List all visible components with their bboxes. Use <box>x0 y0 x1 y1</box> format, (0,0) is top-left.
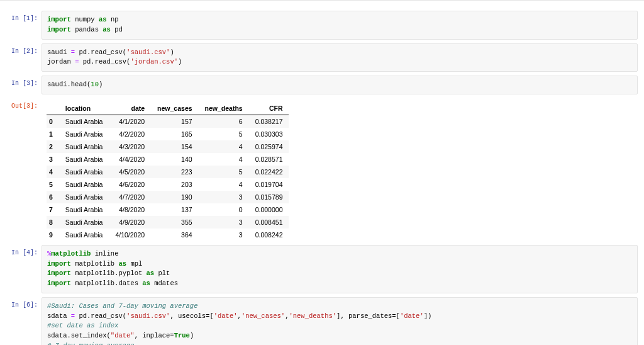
kw-as: as <box>103 26 111 33</box>
kw-import: import <box>47 16 71 23</box>
table-cell: 5 <box>47 178 59 191</box>
kw-import: import <box>47 260 71 268</box>
table-cell: 0.015789 <box>249 191 289 203</box>
output-table-wrapper: location date new_cases new_deaths CFR 0… <box>42 98 638 241</box>
col-date: date <box>109 102 151 115</box>
code-cell-2[interactable]: saudi = pd.read_csv('saudi.csv') jordan … <box>42 43 638 72</box>
kw-as: as <box>147 269 155 277</box>
cell-3: In [3]: saudi.head(10) <box>0 76 644 94</box>
table-cell: 6 <box>199 115 249 128</box>
table-cell: 190 <box>151 191 198 203</box>
col-new-deaths: new_deaths <box>199 102 249 115</box>
table-cell: 5 <box>199 166 249 178</box>
kw-inplace: , inplace= <box>135 332 174 339</box>
table-cell: 154 <box>151 140 198 153</box>
kw-as: as <box>142 280 150 287</box>
table-cell: 223 <box>151 166 198 178</box>
code-cell-1[interactable]: import numpy as np import pandas as pd <box>42 11 638 40</box>
ref-pd: pd <box>79 312 87 320</box>
table-cell: Saudi Arabia <box>59 203 109 216</box>
mod-pandas: pandas <box>75 26 99 33</box>
str-saudi-csv: 'saudi.csv' <box>126 48 170 56</box>
prompt-in-4: In [4]: <box>0 245 42 293</box>
table-cell: 5 <box>199 128 249 140</box>
table-cell: 203 <box>151 178 198 191</box>
ref-pd: pd <box>79 48 87 56</box>
table-cell: 3 <box>199 216 249 229</box>
table-cell: 0 <box>47 115 59 128</box>
table-cell: 4 <box>199 140 249 153</box>
alias-mdates: mdates <box>154 280 178 287</box>
prompt-in-1: In [1]: <box>0 11 42 40</box>
str-date: 'date' <box>400 312 424 320</box>
alias-np: np <box>111 16 119 23</box>
table-cell: 165 <box>151 128 198 140</box>
magic-matplotlib: matplotlib <box>51 250 91 257</box>
table-cell: Saudi Arabia <box>59 216 109 229</box>
call-head: .head( <box>67 81 91 88</box>
table-cell: 0.038217 <box>249 115 289 128</box>
op-eq: = <box>75 58 79 65</box>
var-jordan: jordan <box>47 58 71 65</box>
table-header-row: location date new_cases new_deaths CFR <box>47 102 289 115</box>
kw-import: import <box>47 269 71 277</box>
table-cell: 0.008242 <box>249 229 289 241</box>
code-cell-4[interactable]: %matplotlib inline import matplotlib as … <box>42 245 638 293</box>
kw-true: True <box>174 332 190 339</box>
table-cell: 4 <box>199 153 249 166</box>
table-cell: 2 <box>47 140 59 153</box>
code-cell-3[interactable]: saudi.head(10) <box>42 76 638 94</box>
num-10: 10 <box>91 81 99 88</box>
kw-parse-dates: , parse_dates=[ <box>340 312 400 320</box>
table-cell: 3 <box>47 153 59 166</box>
prompt-in-3: In [3]: <box>0 76 42 94</box>
kw-import: import <box>47 280 71 287</box>
table-cell: 4/3/2020 <box>109 140 151 153</box>
table-cell: Saudi Arabia <box>59 140 109 153</box>
table-cell: 0.030303 <box>249 128 289 140</box>
table-cell: 137 <box>151 203 198 216</box>
col-cfr: CFR <box>249 102 289 115</box>
var-saudi: saudi <box>47 81 67 88</box>
comment-1: #Saudi: Cases and 7-day moving average <box>47 302 197 310</box>
call-read-csv: .read_csv( <box>87 48 126 56</box>
table-cell: Saudi Arabia <box>59 115 109 128</box>
mod-mdates: matplotlib.dates <box>75 280 138 287</box>
table-row: 0Saudi Arabia4/1/202015760.038217 <box>47 115 289 128</box>
table-row: 6Saudi Arabia4/7/202019030.015789 <box>47 191 289 203</box>
kw-import: import <box>47 26 71 33</box>
call-set-index: .set_index( <box>67 332 111 339</box>
table-cell: Saudi Arabia <box>59 166 109 178</box>
cell-1: In [1]: import numpy as np import pandas… <box>0 11 644 40</box>
str-new-deaths: 'new_deaths' <box>289 312 336 320</box>
table-cell: Saudi Arabia <box>59 229 109 241</box>
cell-6: In [6]: #Saudi: Cases and 7-day moving a… <box>0 297 644 345</box>
table-row: 4Saudi Arabia4/5/202022350.022422 <box>47 166 289 178</box>
table-row: 7Saudi Arabia4/8/202013700.000000 <box>47 203 289 216</box>
table-cell: 8 <box>47 216 59 229</box>
alias-pd: pd <box>114 26 123 33</box>
table-cell: Saudi Arabia <box>59 153 109 166</box>
table-cell: 4/9/2020 <box>109 216 151 229</box>
table-cell: Saudi Arabia <box>59 178 109 191</box>
table-cell: 364 <box>151 229 198 241</box>
table-cell: 3 <box>199 229 249 241</box>
kw-usecols: , usecols=[ <box>170 312 213 320</box>
table-cell: 0.008451 <box>249 216 289 229</box>
table-cell: 355 <box>151 216 198 229</box>
code-cell-6[interactable]: #Saudi: Cases and 7-day moving average s… <box>42 297 638 345</box>
magic-inline: inline <box>91 250 118 257</box>
col-index <box>47 102 59 115</box>
table-row: 9Saudi Arabia4/10/202036430.008242 <box>47 229 289 241</box>
op-eq: = <box>71 312 75 320</box>
op-eq: = <box>71 48 75 56</box>
table-cell: 4/8/2020 <box>109 203 151 216</box>
paren-close: ) <box>99 81 103 88</box>
table-cell: 0.025974 <box>249 140 289 153</box>
var-saudi: saudi <box>47 48 67 56</box>
table-cell: 4/2/2020 <box>109 128 151 140</box>
kw-as: as <box>118 260 126 268</box>
table-cell: 4/1/2020 <box>109 115 151 128</box>
cell-3-output: Out[3]: location date new_cases new_deat… <box>0 98 644 241</box>
table-cell: 0 <box>199 203 249 216</box>
